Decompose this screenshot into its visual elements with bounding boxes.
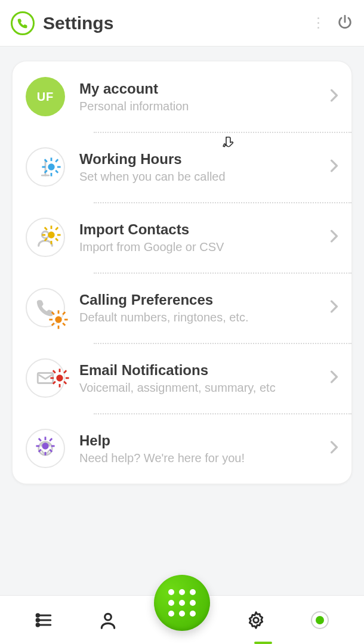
row-subtitle: Default numbers, ringtones, etc.	[79, 311, 325, 324]
svg-rect-50	[49, 438, 53, 441]
svg-rect-27	[62, 323, 66, 326]
svg-rect-8	[55, 170, 58, 174]
gear-badge-icon	[35, 436, 55, 456]
svg-rect-49	[49, 449, 53, 453]
svg-rect-19	[55, 227, 58, 230]
chevron-right-icon	[330, 230, 338, 245]
svg-rect-51	[38, 449, 42, 453]
svg-point-12	[48, 231, 54, 238]
svg-rect-26	[51, 311, 55, 315]
svg-point-59	[254, 617, 259, 623]
row-title: Email Notifications	[79, 362, 325, 379]
svg-rect-23	[58, 326, 60, 329]
settings-row-import-contacts[interactable]: Import Contacts Import from Google or CS…	[13, 202, 351, 273]
svg-rect-22	[58, 310, 60, 314]
svg-rect-24	[49, 319, 53, 321]
svg-rect-48	[38, 438, 42, 441]
svg-rect-5	[42, 166, 45, 168]
settings-row-email-notifications[interactable]: Email Notifications Voicemail, assignmen…	[13, 343, 351, 413]
row-text: Help Need help? We're here for you!	[79, 432, 325, 465]
svg-rect-4	[51, 173, 53, 177]
svg-rect-35	[66, 377, 69, 379]
working-hours-icon	[26, 147, 65, 187]
chevron-right-icon	[330, 441, 338, 456]
svg-rect-20	[44, 238, 48, 242]
calling-preferences-icon	[26, 288, 65, 327]
svg-rect-45	[45, 452, 47, 456]
power-button[interactable]	[337, 14, 353, 33]
svg-rect-32	[59, 369, 61, 372]
nav-settings-button[interactable]	[238, 602, 274, 638]
gear-badge-icon	[41, 225, 61, 245]
svg-point-58	[104, 614, 111, 620]
svg-rect-47	[51, 445, 55, 447]
nav-active-indicator	[254, 642, 272, 644]
page-title: Settings	[43, 13, 313, 33]
svg-point-53	[36, 614, 39, 616]
chevron-right-icon	[330, 370, 338, 386]
row-title: Help	[79, 432, 325, 449]
svg-rect-15	[42, 234, 45, 236]
row-subtitle: Import from Google or CSV	[79, 240, 325, 254]
svg-rect-6	[57, 166, 61, 168]
settings-list: UF My account Personal information Worki…	[12, 61, 352, 484]
more-menu-button[interactable]	[313, 13, 323, 33]
avatar: UF	[26, 77, 65, 116]
svg-rect-28	[62, 311, 66, 315]
row-title: Working Hours	[79, 151, 325, 168]
nav-contacts-button[interactable]	[90, 602, 126, 638]
svg-rect-16	[57, 234, 61, 236]
row-subtitle: Personal information	[79, 100, 325, 113]
svg-rect-37	[63, 381, 67, 385]
svg-point-21	[55, 316, 61, 323]
svg-point-43	[42, 442, 48, 449]
dialpad-fab-button[interactable]	[154, 575, 210, 631]
chevron-right-icon	[330, 159, 338, 175]
gear-badge-icon	[50, 368, 70, 388]
row-title: My account	[79, 80, 325, 97]
avatar-initials: UF	[37, 90, 54, 104]
import-contacts-icon	[26, 218, 65, 257]
svg-rect-33	[59, 384, 61, 388]
svg-rect-36	[53, 370, 56, 373]
app-header: Settings	[0, 0, 364, 47]
gear-badge-icon	[48, 309, 69, 330]
svg-point-55	[36, 618, 39, 621]
dialpad-icon	[168, 589, 196, 617]
svg-rect-17	[44, 227, 48, 230]
chevron-right-icon	[330, 89, 338, 104]
svg-rect-18	[55, 238, 58, 242]
settings-row-working-hours[interactable]: Working Hours Set when you can be called	[13, 132, 351, 202]
svg-rect-38	[63, 370, 67, 373]
help-icon	[26, 429, 65, 468]
svg-point-57	[36, 623, 39, 626]
chevron-right-icon	[330, 300, 338, 315]
svg-rect-10	[44, 170, 48, 174]
settings-row-calling-preferences[interactable]: Calling Preferences Default numbers, rin…	[13, 273, 351, 343]
svg-rect-13	[51, 225, 53, 229]
row-subtitle: Voicemail, assignment, summary, etc	[79, 381, 325, 395]
row-text: My account Personal information	[79, 80, 325, 113]
svg-rect-9	[55, 159, 58, 162]
svg-rect-29	[51, 323, 55, 326]
nav-activity-button[interactable]	[26, 602, 62, 638]
row-text: Working Hours Set when you can be called	[79, 151, 325, 184]
settings-row-help[interactable]: Help Need help? We're here for you!	[13, 413, 351, 484]
svg-rect-46	[36, 445, 39, 447]
svg-rect-3	[51, 157, 53, 161]
row-text: Calling Preferences Default numbers, rin…	[79, 292, 325, 324]
nav-status-button[interactable]	[302, 602, 338, 638]
gear-badge-icon	[41, 157, 61, 177]
email-notifications-icon	[26, 358, 65, 398]
row-text: Email Notifications Voicemail, assignmen…	[79, 362, 325, 395]
row-title: Calling Preferences	[79, 292, 325, 308]
svg-point-2	[48, 163, 54, 170]
row-subtitle: Set when you can be called	[79, 170, 325, 184]
svg-rect-39	[53, 381, 56, 385]
svg-point-31	[56, 374, 63, 381]
svg-rect-7	[44, 159, 48, 162]
row-subtitle: Need help? We're here for you!	[79, 451, 325, 465]
svg-rect-25	[64, 319, 68, 321]
svg-rect-14	[51, 241, 53, 244]
settings-row-my-account[interactable]: UF My account Personal information	[13, 61, 351, 132]
